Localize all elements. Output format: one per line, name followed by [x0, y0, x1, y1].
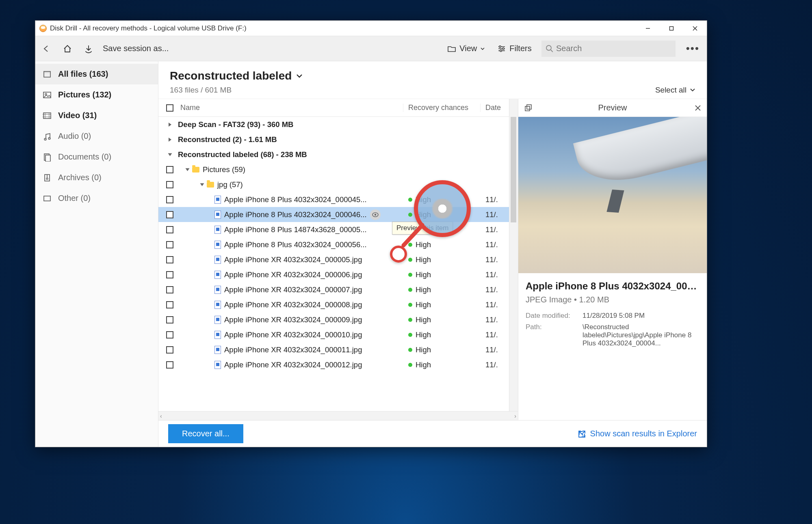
select-all-dropdown[interactable]: Select all — [655, 86, 695, 95]
row-checkbox[interactable] — [166, 346, 173, 354]
column-recovery[interactable]: Recovery chances — [403, 104, 481, 112]
row-checkbox[interactable] — [166, 256, 173, 263]
image-file-icon — [214, 271, 221, 279]
maximize-button[interactable] — [660, 21, 683, 36]
row-checkbox[interactable] — [166, 316, 173, 323]
status-dot-icon — [408, 288, 412, 292]
sidebar-item-audio[interactable]: Audio (0) — [35, 126, 158, 147]
status-dot-icon — [408, 258, 412, 262]
file-row[interactable]: Apple iPhone 8 Plus 4032x3024_000056...H… — [158, 237, 509, 252]
status-dot-icon — [408, 333, 412, 337]
svg-point-18 — [44, 138, 46, 140]
save-session-label[interactable]: Save session as... — [103, 44, 169, 53]
file-name: Apple iPhone 8 Plus 4032x3024_000046... — [224, 210, 367, 219]
row-checkbox[interactable] — [166, 166, 173, 173]
expand-triangle-icon — [186, 168, 190, 171]
file-row[interactable]: Apple iPhone XR 4032x3024_000008.jpgHigh… — [158, 297, 509, 312]
row-checkbox[interactable] — [166, 271, 173, 278]
sliders-icon — [497, 45, 506, 53]
row-checkbox[interactable] — [166, 361, 173, 369]
search-box[interactable] — [541, 41, 676, 57]
horizontal-scrollbar[interactable]: ‹› — [158, 411, 518, 420]
row-checkbox[interactable] — [166, 301, 173, 308]
row-checkbox[interactable] — [166, 181, 173, 188]
column-name[interactable]: Name — [178, 104, 403, 112]
sidebar-item-archives[interactable]: Archives (0) — [35, 167, 158, 188]
group-row[interactable]: Deep Scan - FAT32 (93) - 360 MB — [158, 117, 509, 132]
external-link-icon — [577, 429, 586, 438]
status-dot-icon — [408, 273, 412, 277]
window-title: Disk Drill - All recovery methods - Logi… — [50, 24, 247, 32]
search-input[interactable] — [556, 44, 671, 53]
vertical-scrollbar[interactable] — [509, 117, 518, 411]
status-dot-icon — [408, 243, 412, 247]
row-checkbox[interactable] — [166, 286, 173, 293]
group-row[interactable]: Reconstructed labeled (68) - 238 MB — [158, 147, 509, 162]
file-row[interactable]: Apple iPhone XR 4032x3024_000006.jpgHigh… — [158, 267, 509, 282]
minimize-button[interactable] — [636, 21, 660, 36]
row-checkbox[interactable] — [166, 241, 173, 248]
file-row[interactable]: Apple iPhone XR 4032x3024_000010.jpgHigh… — [158, 327, 509, 342]
group-row[interactable]: Reconstructed (2) - 1.61 MB — [158, 132, 509, 147]
svg-line-8 — [551, 50, 553, 52]
sidebar-item-label: Video (31) — [58, 111, 97, 120]
section-heading[interactable]: Reconstructed labeled — [170, 69, 303, 82]
app-icon — [39, 25, 47, 32]
titlebar: Disk Drill - All recovery methods - Logi… — [35, 21, 707, 36]
recovery-value: High — [416, 330, 431, 339]
toolbar: Save session as... View Filters ••• — [35, 36, 707, 61]
row-checkbox[interactable] — [166, 331, 173, 339]
image-file-icon — [214, 196, 221, 204]
preview-path-value: \Reconstructed labeled\Pictures\jpg\Appl… — [582, 323, 699, 347]
select-all-label: Select all — [655, 86, 686, 95]
preview-path-label: Path: — [526, 323, 574, 347]
recover-all-button[interactable]: Recover all... — [168, 424, 243, 443]
sidebar-item-other[interactable]: Other (0) — [35, 188, 158, 209]
sidebar-item-pictures[interactable]: Pictures (132) — [35, 84, 158, 105]
bottom-bar: Recover all... Show scan results in Expl… — [158, 420, 707, 447]
scrollbar-up[interactable] — [509, 99, 518, 117]
more-button[interactable]: ••• — [683, 42, 703, 55]
folder-row-pictures[interactable]: Pictures (59) — [158, 162, 509, 177]
recovery-value: High — [416, 285, 431, 294]
svg-rect-24 — [46, 178, 48, 179]
column-date[interactable]: Date — [481, 104, 509, 112]
show-in-explorer-label: Show scan results in Explorer — [590, 429, 697, 438]
file-row[interactable]: Apple iPhone XR 4032x3024_000012.jpgHigh… — [158, 357, 509, 372]
file-name: Apple iPhone 8 Plus 4032x3024_000056... — [224, 240, 367, 249]
sidebar-item-label: All files (163) — [58, 69, 108, 79]
back-button[interactable] — [39, 42, 53, 56]
svg-rect-25 — [44, 196, 50, 201]
row-checkbox[interactable] — [166, 226, 173, 233]
status-dot-icon — [408, 348, 412, 352]
preview-item-button[interactable] — [370, 209, 381, 220]
status-dot-icon — [408, 303, 412, 307]
row-checkbox[interactable] — [166, 211, 173, 218]
popout-button[interactable] — [524, 104, 532, 112]
close-button[interactable] — [683, 21, 707, 36]
show-in-explorer-link[interactable]: Show scan results in Explorer — [577, 429, 697, 438]
file-name: Apple iPhone XR 4032x3024_000008.jpg — [224, 300, 362, 309]
chevron-down-icon — [296, 72, 303, 80]
row-checkbox[interactable] — [166, 196, 173, 203]
filters-button[interactable]: Filters — [495, 42, 534, 55]
home-button[interactable] — [61, 42, 74, 56]
preview-close-button[interactable] — [695, 105, 701, 111]
image-file-icon — [214, 331, 221, 339]
sidebar-item-documents[interactable]: Documents (0) — [35, 147, 158, 167]
svg-point-27 — [375, 213, 376, 215]
file-row[interactable]: Apple iPhone XR 4032x3024_000009.jpgHigh… — [158, 312, 509, 327]
annotation-callout-small — [390, 246, 407, 263]
select-all-checkbox[interactable] — [166, 104, 173, 112]
folder-icon — [192, 167, 199, 173]
file-row[interactable]: Apple iPhone XR 4032x3024_000007.jpgHigh… — [158, 282, 509, 297]
file-row[interactable]: Apple iPhone XR 4032x3024_000005.jpgHigh… — [158, 252, 509, 267]
date-value: 11/. — [481, 270, 509, 279]
file-row[interactable]: Apple iPhone XR 4032x3024_000011.jpgHigh… — [158, 342, 509, 357]
annotation-callout-large — [414, 180, 471, 237]
image-file-icon — [214, 226, 221, 234]
sidebar-item-video[interactable]: Video (31) — [35, 105, 158, 126]
sidebar-item-allfiles[interactable]: All files (163) — [35, 64, 158, 84]
save-session-icon-button[interactable] — [82, 42, 95, 56]
view-dropdown[interactable]: View — [445, 42, 487, 55]
